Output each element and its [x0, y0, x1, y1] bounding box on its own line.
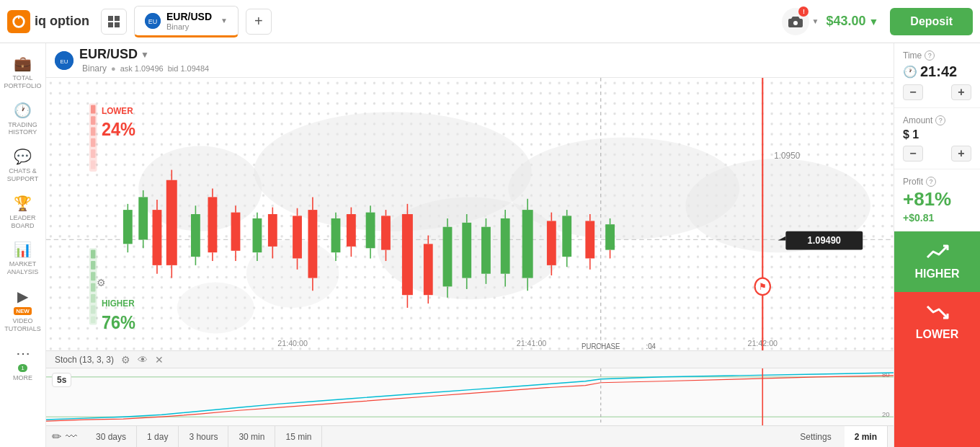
chart-flag: EU — [55, 51, 74, 70]
amount-stepper: − + — [903, 146, 971, 161]
market-icon: 📊 — [14, 241, 32, 258]
timeoption-3hours[interactable]: 3 hours — [179, 426, 228, 447]
new-badge: NEW — [14, 307, 32, 315]
svg-text:PURCHASE: PURCHASE — [582, 342, 620, 350]
chart-settings-icon[interactable]: ⚙ — [97, 277, 106, 288]
sidebar-item-tutorials[interactable]: ▶ NEW VIDEOTUTORIALS — [0, 282, 45, 339]
sidebar-label-tutorials: VIDEOTUTORIALS — [4, 317, 40, 333]
time-help-icon[interactable]: ? — [925, 50, 935, 61]
svg-rect-66 — [381, 216, 391, 249]
svg-rect-84 — [501, 218, 510, 274]
amount-decrement-button[interactable]: − — [903, 146, 923, 161]
deposit-button[interactable]: Deposit — [890, 8, 973, 35]
sidebar-item-chats[interactable]: 💬 CHATS &SUPPORT — [0, 142, 45, 189]
sidebar-item-leaderboard[interactable]: 🏆 LEADERBOARD — [0, 189, 45, 236]
balance-display[interactable]: $43.00 — [826, 14, 865, 29]
bottom-timebar: ✏ 〰 30 days 1 day 3 hours 30 min 15 min … — [46, 425, 894, 447]
amount-help-icon[interactable]: ? — [935, 115, 945, 125]
chart-type: Binary — [82, 63, 107, 74]
timeoption-2min[interactable]: 2 min — [845, 426, 888, 447]
camera-area[interactable]: ! ▼ — [782, 8, 819, 35]
instrument-dropdown-icon: ▼ — [220, 17, 228, 25]
svg-rect-24 — [123, 210, 133, 244]
time-label: Time ? — [903, 50, 971, 61]
svg-text:21:42:00: 21:42:00 — [747, 339, 778, 348]
svg-rect-110 — [91, 105, 95, 114]
portfolio-icon: 💼 — [14, 55, 32, 72]
chart-symbol-arrow[interactable]: ▼ — [141, 50, 149, 60]
amount-input[interactable]: $ 1 — [903, 128, 971, 141]
right-panel: Time ? 🕐 21:42 − + Amount ? $ 1 − + — [894, 43, 980, 447]
svg-point-19 — [177, 283, 254, 334]
logo-text: iq option — [35, 14, 89, 29]
timeoption-1day[interactable]: 1 day — [137, 426, 179, 447]
svg-rect-120 — [91, 283, 95, 292]
indicator-settings-icon[interactable]: ⚙ — [121, 354, 130, 366]
grid-view-button[interactable] — [101, 9, 127, 35]
profit-label: Profit ? — [903, 177, 971, 187]
svg-rect-114 — [91, 149, 95, 158]
higher-button[interactable]: HIGHER — [894, 231, 980, 292]
time-increment-button[interactable]: + — [951, 84, 971, 100]
svg-rect-3 — [115, 16, 120, 21]
svg-rect-4 — [108, 22, 113, 27]
indicator-eye-icon[interactable]: 👁 — [138, 354, 148, 366]
logo[interactable]: iq option — [7, 10, 89, 33]
chart-symbol: EUR/USD — [79, 47, 138, 62]
svg-rect-5 — [115, 22, 120, 27]
amount-increment-button[interactable]: + — [951, 146, 971, 161]
more-icon: ⋯ — [16, 345, 30, 362]
sidebar-label-more: MORE — [13, 374, 32, 382]
svg-rect-78 — [462, 223, 471, 278]
time-stepper: − + — [903, 84, 971, 100]
time-value: 🕐 21:42 — [903, 63, 971, 80]
svg-text:20: 20 — [882, 411, 890, 418]
svg-rect-36 — [191, 214, 200, 257]
draw-tool-icon[interactable]: ✏ — [52, 430, 61, 443]
chat-icon: 💬 — [14, 148, 32, 165]
profit-section: Profit ? +81% +$0.81 — [894, 169, 980, 231]
sidebar-label-history: TRADINGHISTORY — [8, 121, 37, 137]
svg-text:21:40:00: 21:40:00 — [277, 339, 308, 348]
logo-icon — [7, 10, 30, 33]
timeoption-30min[interactable]: 30 min — [228, 426, 275, 447]
svg-rect-99 — [605, 224, 615, 249]
amount-section: Amount ? $ 1 − + — [894, 108, 980, 169]
svg-text:⚑: ⚑ — [759, 282, 766, 293]
bid-value: 1.09484 — [180, 64, 209, 73]
leaderboard-icon: 🏆 — [14, 195, 32, 212]
main-area: 💼 TOTALPORTFOLIO 🕐 TRADINGHISTORY 💬 CHAT… — [0, 43, 980, 447]
timeoption-30days[interactable]: 30 days — [86, 426, 137, 447]
indicator-bar: Stoch (13, 3, 3) ⚙ 👁 ✕ — [46, 350, 894, 368]
sidebar-item-market[interactable]: 📊 MARKETANALYSIS — [0, 235, 45, 282]
sidebar-item-more[interactable]: ⋯ 1 MORE — [0, 339, 45, 388]
svg-text:EU: EU — [148, 18, 158, 25]
topnav: iq option EU EUR/USD Binary ▼ + ! ▼ $43.… — [0, 0, 980, 43]
svg-rect-123 — [91, 317, 95, 323]
settings-button[interactable]: Settings — [787, 432, 844, 442]
sidebar-label-chats: CHATS &SUPPORT — [7, 167, 38, 183]
time-decrement-button[interactable]: − — [903, 84, 923, 100]
chart-main: 1.0950 — [46, 78, 894, 350]
camera-badge: ! — [798, 6, 808, 17]
svg-rect-33 — [166, 180, 177, 265]
instrument-type: Binary — [166, 22, 212, 31]
svg-rect-60 — [347, 214, 356, 247]
lower-button[interactable]: LOWER — [894, 292, 980, 447]
time-section: Time ? 🕐 21:42 − + — [894, 43, 980, 108]
draw-wave-icon[interactable]: 〰 — [66, 430, 77, 443]
clock-icon: 🕐 — [903, 65, 917, 79]
svg-rect-54 — [308, 210, 317, 278]
add-instrument-button[interactable]: + — [246, 9, 272, 35]
balance-dropdown-icon[interactable]: ▼ — [868, 16, 878, 27]
svg-rect-115 — [91, 161, 95, 169]
stoch-canvas: 5s 80 20 — [46, 368, 894, 425]
sidebar-item-history[interactable]: 🕐 TRADINGHISTORY — [0, 96, 45, 143]
profit-help-icon[interactable]: ? — [926, 177, 936, 187]
timeoption-15min[interactable]: 15 min — [275, 426, 322, 447]
indicator-close-icon[interactable]: ✕ — [155, 354, 164, 366]
svg-text:24%: 24% — [102, 119, 135, 139]
sidebar-item-portfolio[interactable]: 💼 TOTALPORTFOLIO — [0, 49, 45, 96]
instrument-selector[interactable]: EU EUR/USD Binary ▼ — [134, 6, 239, 37]
svg-rect-57 — [331, 218, 341, 252]
